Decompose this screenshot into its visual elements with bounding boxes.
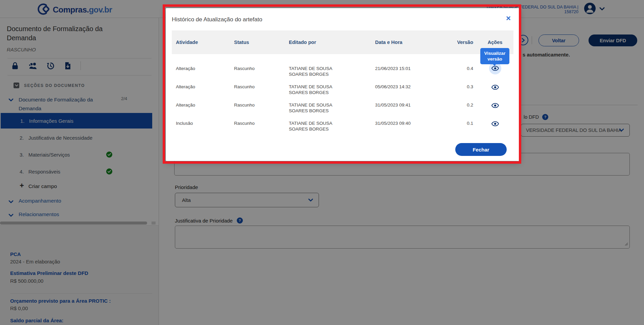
eye-icon [491, 103, 499, 108]
cell-data-hora: 21/06/2023 15:01 [371, 54, 456, 79]
modal-title: Histórico de Atualização do artefato [172, 16, 262, 23]
app-root: Compras.gov.br UNIVERSIDADE FEDERAL DO S… [0, 0, 644, 325]
cell-atividade: Alteração [172, 79, 230, 97]
cell-data-hora: 05/06/2023 14:32 [371, 79, 456, 97]
cell-atividade: Inclusão [172, 116, 230, 134]
cell-versao: 0.3 [456, 79, 477, 97]
eye-icon [491, 121, 499, 126]
visualizar-versao-tooltip: Visualizar versão [480, 48, 509, 64]
cell-editado-por: TATIANE DE SOUSA SOARES BORGES [285, 79, 371, 97]
view-version-button[interactable] [489, 99, 501, 112]
cell-versao: 0.1 [456, 116, 477, 134]
cell-status: Rascunho [230, 97, 285, 116]
cell-status: Rascunho [230, 79, 285, 97]
cell-editado-por: TATIANE DE SOUSA SOARES BORGES [285, 54, 371, 79]
cell-data-hora: 31/05/2023 09:40 [371, 116, 456, 134]
cell-data-hora: 31/05/2023 09:41 [371, 97, 456, 116]
history-table-row: Alteração Rascunho TATIANE DE SOUSA SOAR… [172, 79, 513, 97]
history-table-row: Alteração Rascunho TATIANE DE SOUSA SOAR… [172, 97, 513, 116]
history-table-row: Alteração Rascunho TATIANE DE SOUSA SOAR… [172, 54, 513, 79]
cell-atividade: Alteração [172, 54, 230, 79]
cell-acoes [477, 116, 513, 134]
cell-editado-por: TATIANE DE SOUSA SOARES BORGES [285, 97, 371, 116]
cell-acoes [477, 97, 513, 116]
col-header-atividade: Atividade [172, 30, 230, 54]
history-table-header-row: Atividade Status Editado por Data e Hora… [172, 30, 513, 54]
col-header-versao: Versão [456, 30, 477, 54]
col-header-status: Status [230, 30, 285, 54]
col-header-editado-por: Editado por [285, 30, 371, 54]
history-table-row: Inclusão Rascunho TATIANE DE SOUSA SOARE… [172, 116, 513, 134]
history-modal: Histórico de Atualização do artefato × A… [166, 8, 520, 161]
eye-icon [491, 85, 499, 90]
view-version-button[interactable] [489, 118, 501, 130]
history-table: Atividade Status Editado por Data e Hora… [172, 30, 513, 134]
cell-atividade: Alteração [172, 97, 230, 116]
view-version-button[interactable] [489, 81, 501, 93]
cell-versao: 0.4 [456, 54, 477, 79]
cell-status: Rascunho [230, 54, 285, 79]
cell-acoes [477, 79, 513, 97]
col-header-data-hora: Data e Hora [371, 30, 456, 54]
close-modal-button[interactable]: Fechar [455, 143, 507, 156]
cell-versao: 0.2 [456, 97, 477, 116]
cell-status: Rascunho [230, 116, 285, 134]
close-icon[interactable]: × [506, 14, 511, 22]
cell-editado-por: TATIANE DE SOUSA SOARES BORGES [285, 116, 371, 134]
